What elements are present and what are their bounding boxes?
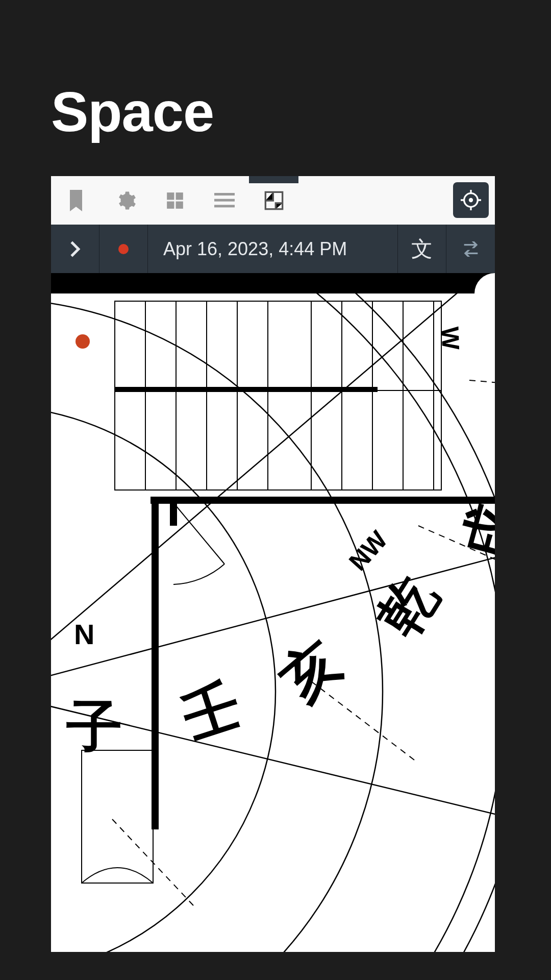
svg-point-28 [51,406,276,952]
datetime-button[interactable]: Apr 16, 2023, 4:44 PM [148,225,398,273]
svg-rect-2 [167,201,174,208]
svg-rect-3 [176,201,183,208]
list-icon [214,192,235,209]
crosshair-icon [461,190,481,210]
language-icon: 文 [411,235,433,263]
page-title: Space [51,79,214,144]
datetime-label: Apr 16, 2023, 4:44 PM [163,238,347,260]
swap-icon [461,240,481,258]
location-marker [76,334,90,349]
compass-label-zi: 子 [66,689,122,765]
svg-rect-6 [214,205,235,207]
floorplan-canvas[interactable]: W NW N 子 壬 亥 乾 戌 [51,293,495,952]
chevron-right-icon [69,240,81,258]
compass-label-w: W [436,326,465,350]
grid-icon [165,191,185,210]
locate-button[interactable] [453,182,489,218]
gear-icon [115,190,136,211]
canvas-top-border [51,273,495,293]
svg-rect-27 [82,750,153,883]
language-button[interactable]: 文 [398,225,446,273]
svg-rect-1 [176,192,183,200]
svg-point-9 [469,198,473,202]
settings-tab[interactable] [101,176,150,225]
svg-rect-0 [167,192,174,200]
svg-line-26 [173,503,224,564]
swap-button[interactable] [446,225,495,273]
bookmark-tab[interactable] [51,176,101,225]
floorplan-tab[interactable] [249,176,298,225]
control-bar: Apr 16, 2023, 4:44 PM 文 [51,225,495,273]
record-button[interactable] [99,225,148,273]
top-toolbar [51,176,495,225]
floorplan-icon [264,190,284,211]
svg-line-38 [469,380,495,390]
bookmark-icon [67,190,85,211]
expand-button[interactable] [51,225,99,273]
compass-label-n: N [74,618,94,651]
svg-rect-5 [214,199,235,201]
svg-rect-4 [214,193,235,195]
grid-tab[interactable] [150,176,199,225]
list-tab[interactable] [199,176,249,225]
app-frame: Apr 16, 2023, 4:44 PM 文 [51,176,495,952]
svg-point-29 [51,299,383,952]
record-icon [118,244,129,254]
